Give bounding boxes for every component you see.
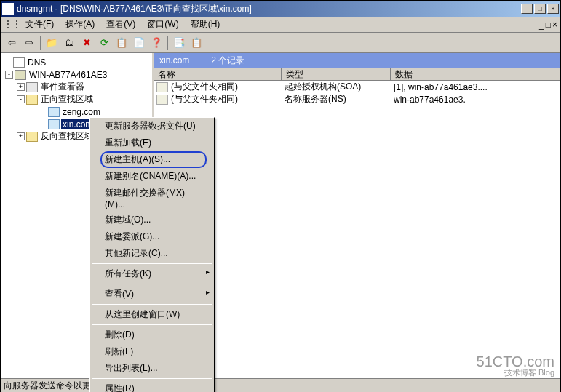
delete-button[interactable]: ✖ — [79, 35, 95, 51]
tree-zone-zeng[interactable]: zeng.com — [1, 105, 152, 118]
folder-icon — [26, 132, 38, 142]
expand-icon[interactable]: + — [17, 132, 25, 140]
zone-name: xin.com — [159, 55, 189, 65]
tree-eventviewer[interactable]: + 事件查看器 — [1, 81, 152, 93]
ctx-view[interactable]: 查看(V) — [90, 286, 214, 303]
mdi-restore-button[interactable]: □ — [546, 20, 551, 30]
statusbar: 向服务器发送命令以更新此区域文件。 — [1, 378, 560, 392]
ctx-new-window[interactable]: 从这里创建窗口(W) — [90, 306, 214, 323]
zone-header: xin.com 2 个记录 — [154, 53, 560, 68]
menu-window[interactable]: 窗口(W) — [141, 17, 184, 32]
col-data[interactable]: 数据 — [391, 68, 560, 80]
ctx-new-alias[interactable]: 新建别名(CNAME)(A)... — [90, 168, 214, 185]
col-name[interactable]: 名称 — [154, 68, 282, 80]
close-button[interactable]: × — [547, 4, 559, 14]
ctx-new-host[interactable]: 新建主机(A)(S)... — [90, 151, 214, 168]
list-header: 名称 类型 数据 — [154, 68, 560, 81]
context-menu: 更新服务器数据文件(U) 重新加载(E) 新建主机(A)(S)... 新建别名(… — [89, 117, 215, 392]
ctx-properties[interactable]: 属性(R) — [90, 380, 214, 392]
ctx-export[interactable]: 导出列表(L)... — [90, 360, 214, 377]
mdi-close-button[interactable]: × — [552, 20, 557, 30]
menu-separator — [92, 378, 212, 379]
ctx-new-domain[interactable]: 新建域(O)... — [90, 212, 214, 228]
toolbar-separator — [167, 36, 168, 50]
record-row[interactable]: (与父文件夹相同) 起始授权机构(SOA) [1], win-ab77a461a… — [154, 81, 560, 93]
menu-file[interactable]: 文件(F) — [20, 17, 60, 32]
expand-icon[interactable]: + — [17, 83, 25, 91]
show-hide-tree-button[interactable]: 🗂 — [61, 35, 77, 51]
event-icon — [26, 82, 38, 92]
window-title: dnsmgmt - [DNS\WIN-AB77A461AE3\正向查找区域\xi… — [17, 3, 521, 15]
dns-icon — [13, 57, 25, 68]
record-row[interactable]: (与父文件夹相同) 名称服务器(NS) win-ab77a461ae3. — [154, 93, 560, 105]
collapse-icon[interactable]: - — [5, 71, 13, 79]
options-button[interactable]: 📋 — [188, 35, 204, 51]
minimize-button[interactable]: _ — [521, 4, 533, 14]
server-icon — [15, 70, 26, 80]
mdi-minimize-button[interactable]: _ — [539, 20, 544, 30]
menu-separator — [92, 324, 212, 325]
record-count: 2 个记录 — [211, 55, 244, 67]
ctx-refresh[interactable]: 刷新(F) — [90, 343, 214, 360]
ctx-reload[interactable]: 重新加载(E) — [90, 135, 214, 151]
ctx-new-mx[interactable]: 新建邮件交换器(MX)(M)... — [90, 185, 214, 212]
ctx-all-tasks[interactable]: 所有任务(K) — [90, 265, 214, 282]
zone-icon — [48, 119, 60, 129]
up-button[interactable]: 📁 — [44, 35, 60, 51]
tree-root-dns[interactable]: DNS — [1, 56, 152, 68]
ctx-new-delegation[interactable]: 新建委派(G)... — [90, 228, 214, 245]
tree-forward-zones[interactable]: - 正向查找区域 — [1, 93, 152, 105]
menu-separator — [92, 263, 212, 264]
toolbar: ⇦ ⇨ 📁 🗂 ✖ ⟳ 📋 📄 ❓ 📑 📋 — [1, 33, 560, 53]
export-button[interactable]: 📋 — [114, 35, 130, 51]
collapse-icon[interactable]: - — [17, 95, 25, 103]
folder-icon — [26, 95, 38, 105]
menu-grip-icon: ⋮⋮ — [4, 19, 15, 31]
properties-button[interactable]: 📄 — [131, 35, 147, 51]
main-window: dnsmgmt - [DNS\WIN-AB77A461AE3\正向查找区域\xi… — [0, 0, 561, 392]
help-button[interactable]: ❓ — [148, 35, 164, 51]
forward-button[interactable]: ⇨ — [21, 35, 37, 51]
ctx-update-datafile[interactable]: 更新服务器数据文件(U) — [90, 118, 214, 135]
app-icon — [2, 3, 14, 15]
menu-view[interactable]: 查看(V) — [100, 17, 141, 32]
tree-server[interactable]: - WIN-AB77A461AE3 — [1, 68, 152, 81]
ctx-other-records[interactable]: 其他新记录(C)... — [90, 245, 214, 262]
menu-action[interactable]: 操作(A) — [60, 17, 100, 32]
menu-separator — [92, 304, 212, 305]
menu-help[interactable]: 帮助(H) — [185, 17, 226, 32]
content-area: DNS - WIN-AB77A461AE3 + 事件查看器 - 正向查找区域 z… — [1, 53, 560, 378]
ctx-delete[interactable]: 删除(D) — [90, 327, 214, 343]
toolbar-separator — [40, 36, 41, 50]
back-button[interactable]: ⇦ — [4, 35, 20, 51]
maximize-button[interactable]: □ — [534, 4, 546, 14]
refresh-button[interactable]: ⟳ — [96, 35, 112, 51]
zone-icon — [48, 107, 60, 117]
filter-button[interactable]: 📑 — [171, 35, 187, 51]
record-icon — [156, 82, 168, 92]
menubar: ⋮⋮ 文件(F) 操作(A) 查看(V) 窗口(W) 帮助(H) _ □ × — [1, 17, 560, 33]
titlebar: dnsmgmt - [DNS\WIN-AB77A461AE3\正向查找区域\xi… — [1, 1, 560, 17]
record-icon — [156, 95, 168, 105]
col-type[interactable]: 类型 — [282, 68, 391, 80]
menu-separator — [92, 284, 212, 284]
